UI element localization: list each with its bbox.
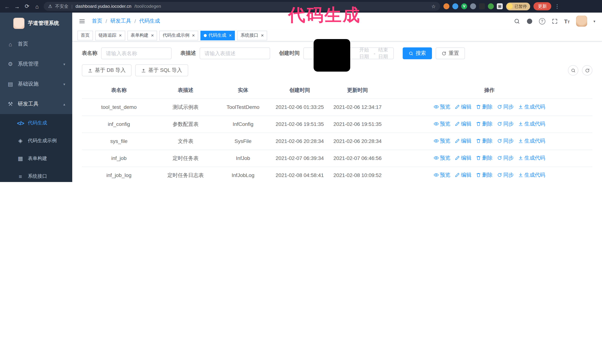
date-range-picker[interactable]: 开始日期 - 结束日期	[303, 47, 394, 59]
close-icon[interactable]: ×	[119, 33, 122, 38]
column-header: 表描述	[156, 82, 215, 99]
tag-item[interactable]: 链路追踪×	[95, 31, 125, 40]
home-icon: ⌂	[7, 41, 14, 47]
extension-icon-blue[interactable]	[452, 3, 458, 9]
cell-table-desc: 测试示例表	[156, 99, 215, 116]
close-icon[interactable]: ×	[261, 33, 264, 38]
extension-icon-orange[interactable]	[443, 3, 449, 9]
cell-updated-time: 2021-02-07 06:46:56	[329, 150, 387, 167]
search-icon[interactable]	[514, 18, 520, 24]
table-name-input[interactable]	[101, 47, 172, 59]
edit-link[interactable]: 编辑	[455, 154, 472, 161]
breadcrumb-item[interactable]: 首页	[92, 18, 102, 24]
navbar-actions: ? TT ▾	[514, 16, 595, 27]
sidebar: 芋道管理系统 ⌂ 首页 ⚙ 系统管理 ▾ ▤ 基础设施 ▾ ⚒	[0, 13, 72, 182]
generate-code-link[interactable]: 生成代码	[518, 120, 545, 127]
bookmark-star-icon[interactable]: ☆	[431, 3, 436, 9]
sync-link[interactable]: 同步	[497, 120, 514, 127]
sidebar-item-system-management[interactable]: ⚙ 系统管理 ▾	[0, 54, 72, 74]
url-bar[interactable]: ⚠ 不安全 | dashboard.yudao.iocoder.cn/tool/…	[44, 2, 440, 11]
url-divider: |	[72, 4, 73, 9]
sidebar-item-label: 首页	[18, 41, 28, 47]
browser-update-button[interactable]: 更新	[533, 2, 551, 10]
toggle-search-button[interactable]	[568, 65, 578, 75]
profile-paused-badge[interactable]: 已暂停	[506, 2, 530, 10]
delete-link[interactable]: 删除	[476, 103, 493, 110]
tag-item[interactable]: 代码生成×	[200, 31, 235, 40]
profile-avatar	[507, 3, 513, 9]
generate-code-link[interactable]: 生成代码	[518, 137, 545, 145]
tag-item[interactable]: 系统接口×	[237, 31, 267, 40]
preview-link[interactable]: 预览	[434, 171, 450, 178]
chevron-up-icon: ▴	[63, 102, 65, 106]
close-icon[interactable]: ×	[192, 33, 195, 38]
preview-link[interactable]: 预览	[434, 154, 450, 161]
generate-code-link[interactable]: 生成代码	[518, 171, 545, 178]
preview-link[interactable]: 预览	[434, 103, 450, 110]
browser-menu-icon[interactable]: ⋮	[555, 3, 560, 9]
extension-icon-people[interactable]	[470, 3, 476, 9]
breadcrumb-item[interactable]: 研发工具	[110, 18, 131, 24]
avatar-caret-icon[interactable]: ▾	[593, 19, 595, 23]
sidebar-item-home[interactable]: ⌂ 首页	[0, 34, 72, 54]
tag-item[interactable]: 表单构建×	[127, 31, 157, 40]
sidebar-toggle-icon[interactable]	[79, 18, 85, 24]
import-db-button[interactable]: 基于 DB 导入	[82, 64, 131, 76]
sync-link[interactable]: 同步	[497, 171, 514, 178]
github-icon[interactable]	[526, 18, 533, 24]
extension-icon-dark[interactable]	[479, 3, 485, 9]
example-icon: ◈	[17, 137, 24, 144]
app-logo[interactable]: 芋道管理系统	[0, 13, 72, 34]
sidebar-item-codegen[interactable]: </> 代码生成	[0, 114, 72, 132]
reload-icon[interactable]: ⟳	[24, 3, 30, 10]
reset-button[interactable]: 重置	[436, 47, 465, 59]
tag-item[interactable]: 代码生成示例×	[159, 31, 198, 40]
delete-link[interactable]: 删除	[476, 171, 493, 178]
help-icon[interactable]: ?	[539, 18, 545, 24]
preview-link[interactable]: 预览	[434, 120, 450, 127]
table-desc-input[interactable]	[200, 47, 270, 59]
delete-link[interactable]: 删除	[476, 120, 493, 127]
active-tag-dot	[204, 34, 207, 37]
sidebar-item-form-builder[interactable]: ▦ 表单构建	[0, 150, 72, 167]
update-label: 更新	[538, 3, 547, 10]
sync-link[interactable]: 同步	[497, 154, 514, 161]
back-icon[interactable]: ←	[4, 3, 10, 10]
forward-icon[interactable]: →	[14, 3, 20, 10]
refresh-table-button[interactable]	[582, 65, 592, 75]
date-end-placeholder[interactable]: 结束日期	[378, 47, 390, 60]
preview-link[interactable]: 预览	[434, 137, 450, 145]
op-label: 预览	[440, 137, 450, 145]
sidebar-item-infrastructure[interactable]: ▤ 基础设施 ▾	[0, 74, 72, 94]
extension-icon-green-v[interactable]: V	[461, 3, 467, 9]
close-icon[interactable]: ×	[229, 33, 232, 38]
chevron-down-icon: ▾	[63, 62, 65, 66]
user-avatar[interactable]	[576, 16, 587, 27]
edit-link[interactable]: 编辑	[455, 103, 472, 110]
date-start-placeholder[interactable]: 开始日期	[359, 47, 371, 60]
generate-code-link[interactable]: 生成代码	[518, 154, 545, 161]
fullscreen-icon[interactable]	[551, 18, 558, 24]
search-button[interactable]: 搜索	[403, 47, 432, 59]
edit-link[interactable]: 编辑	[455, 120, 472, 127]
breadcrumb-item[interactable]: 代码生成	[139, 18, 160, 24]
extension-icon-leaf[interactable]	[488, 3, 494, 9]
close-icon[interactable]: ×	[151, 33, 154, 38]
sidebar-item-dev-tools[interactable]: ⚒ 研发工具 ▴	[0, 94, 72, 114]
delete-link[interactable]: 删除	[476, 154, 493, 161]
tag-item[interactable]: 首页	[77, 31, 93, 40]
generate-code-link[interactable]: 生成代码	[518, 103, 545, 110]
security-label[interactable]: 不安全	[55, 3, 69, 10]
op-label: 编辑	[461, 154, 472, 161]
delete-link[interactable]: 删除	[476, 137, 493, 145]
edit-link[interactable]: 编辑	[455, 137, 472, 145]
font-size-icon[interactable]: TT	[564, 18, 570, 24]
import-sql-button[interactable]: 基于 SQL 导入	[135, 64, 188, 76]
sidebar-item-system-api[interactable]: ≡ 系统接口	[0, 167, 72, 182]
browser-home-icon[interactable]: ⌂	[34, 3, 40, 10]
edit-link[interactable]: 编辑	[455, 171, 472, 178]
sync-link[interactable]: 同步	[497, 103, 514, 110]
sync-link[interactable]: 同步	[497, 137, 514, 145]
sidebar-item-codegen-example[interactable]: ◈ 代码生成示例	[0, 132, 72, 150]
puzzle-extension-icon[interactable]: ▣	[497, 3, 503, 9]
